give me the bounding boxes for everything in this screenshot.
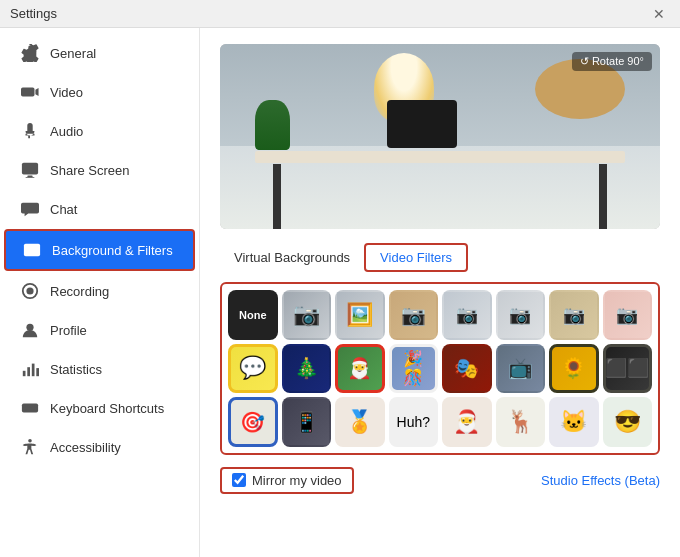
sidebar-item-background[interactable]: Background & Filters — [4, 229, 195, 271]
tab-video-filters[interactable]: Video Filters — [364, 243, 468, 272]
main-content: General Video Audio Share Screen Chat — [0, 28, 680, 557]
svg-rect-13 — [24, 405, 26, 407]
chat-icon — [20, 199, 40, 219]
title-bar: Settings ✕ — [0, 0, 680, 28]
record-icon — [20, 281, 40, 301]
filter-6[interactable]: 📷 — [549, 290, 599, 340]
filter-21-icon: 🦌 — [507, 409, 534, 435]
filter-18-icon: 🏅 — [346, 409, 373, 435]
filter-4[interactable]: 📷 — [442, 290, 492, 340]
svg-point-18 — [28, 439, 32, 443]
filter-15[interactable]: ⬛⬛ — [603, 344, 653, 394]
filter-8-icon: 💬 — [239, 355, 266, 381]
svg-rect-17 — [26, 409, 35, 411]
svg-rect-15 — [31, 405, 33, 407]
filter-19-icon: Huh? — [397, 414, 430, 430]
sidebar-item-video-label: Video — [50, 85, 83, 100]
sidebar-item-general[interactable]: General — [4, 34, 195, 72]
filter-22[interactable]: 🐱 — [549, 397, 599, 447]
svg-rect-9 — [27, 367, 30, 376]
mirror-video-label: Mirror my video — [252, 473, 342, 488]
svg-rect-16 — [35, 405, 37, 407]
stats-icon — [20, 359, 40, 379]
profile-icon — [20, 320, 40, 340]
mirror-video-checkbox-container[interactable]: Mirror my video — [220, 467, 354, 494]
filter-13-icon: 📺 — [508, 356, 533, 380]
accessibility-icon — [20, 437, 40, 457]
content-area: ↺ Rotate 90° Virtual Backgrounds Video F… — [200, 28, 680, 557]
svg-rect-14 — [27, 405, 29, 407]
filter-11[interactable]: 🎉🎊 — [389, 344, 439, 394]
sidebar-item-accessibility[interactable]: Accessibility — [4, 428, 195, 466]
sidebar-item-keyboard-label: Keyboard Shortcuts — [50, 401, 164, 416]
sidebar-item-video[interactable]: Video — [4, 73, 195, 111]
sidebar-item-share-screen-label: Share Screen — [50, 163, 130, 178]
sidebar-item-general-label: General — [50, 46, 96, 61]
filter-8[interactable]: 💬 — [228, 344, 278, 394]
sidebar-item-recording-label: Recording — [50, 284, 109, 299]
sidebar-item-audio-label: Audio — [50, 124, 83, 139]
filter-7-icon: 📷 — [616, 304, 638, 326]
filter-23[interactable]: 😎 — [603, 397, 653, 447]
filter-2-icon: 🖼️ — [346, 302, 373, 328]
sidebar-item-recording[interactable]: Recording — [4, 272, 195, 310]
filter-17-icon: 📱 — [294, 410, 319, 434]
filter-9-icon: 🎄 — [294, 356, 319, 380]
filter-15-icon: ⬛⬛ — [605, 357, 649, 379]
filter-16[interactable]: 🎯 — [228, 397, 278, 447]
desk-scene-bg — [220, 44, 660, 229]
tab-virtual-backgrounds[interactable]: Virtual Backgrounds — [220, 245, 364, 270]
bottom-row: Mirror my video Studio Effects (Beta) — [220, 467, 660, 494]
filter-9[interactable]: 🎄 — [282, 344, 332, 394]
rotate-button[interactable]: ↺ Rotate 90° — [572, 52, 652, 71]
filter-7[interactable]: 📷 — [603, 290, 653, 340]
filter-3[interactable]: 📷 — [389, 290, 439, 340]
sidebar-item-chat[interactable]: Chat — [4, 190, 195, 228]
video-icon — [20, 82, 40, 102]
filter-11-icon: 🎉🎊 — [402, 349, 424, 387]
filter-19[interactable]: Huh? — [389, 397, 439, 447]
sidebar: General Video Audio Share Screen Chat — [0, 28, 200, 557]
svg-rect-11 — [36, 368, 39, 376]
filter-17[interactable]: 📱 — [282, 397, 332, 447]
filter-6-icon: 📷 — [563, 304, 585, 326]
sidebar-item-keyboard[interactable]: Keyboard Shortcuts — [4, 389, 195, 427]
filter-20[interactable]: 🎅 — [442, 397, 492, 447]
sidebar-item-statistics-label: Statistics — [50, 362, 102, 377]
sidebar-item-accessibility-label: Accessibility — [50, 440, 121, 455]
filter-12[interactable]: 🎭 — [442, 344, 492, 394]
gear-icon — [20, 43, 40, 63]
mic-icon — [20, 121, 40, 141]
filter-5[interactable]: 📷 — [496, 290, 546, 340]
filter-none[interactable]: None — [228, 290, 278, 340]
filter-3-icon: 📷 — [401, 303, 426, 327]
filter-16-icon: 🎯 — [240, 410, 265, 434]
mirror-video-checkbox[interactable] — [232, 473, 246, 487]
sidebar-item-share-screen[interactable]: Share Screen — [4, 151, 195, 189]
studio-effects-link[interactable]: Studio Effects (Beta) — [541, 473, 660, 488]
svg-rect-2 — [26, 177, 35, 178]
svg-rect-12 — [22, 404, 38, 413]
filter-14[interactable]: 🌻 — [549, 344, 599, 394]
sidebar-item-audio[interactable]: Audio — [4, 112, 195, 150]
svg-rect-8 — [23, 371, 26, 376]
filter-10[interactable]: 🎅 — [335, 344, 385, 394]
svg-point-7 — [26, 324, 33, 331]
filter-21[interactable]: 🦌 — [496, 397, 546, 447]
sidebar-item-statistics[interactable]: Statistics — [4, 350, 195, 388]
filter-12-icon: 🎭 — [454, 356, 479, 380]
sidebar-item-background-label: Background & Filters — [52, 243, 173, 258]
filter-18[interactable]: 🏅 — [335, 397, 385, 447]
filter-none-label: None — [239, 309, 267, 321]
filter-2[interactable]: 🖼️ — [335, 290, 385, 340]
svg-rect-3 — [24, 244, 40, 257]
filter-22-icon: 🐱 — [560, 409, 587, 435]
close-button[interactable]: ✕ — [648, 4, 670, 24]
filter-1-icon: 📷 — [293, 302, 320, 328]
background-icon — [22, 240, 42, 260]
filter-1[interactable]: 📷 — [282, 290, 332, 340]
filter-13[interactable]: 📺 — [496, 344, 546, 394]
filters-grid: None 📷 🖼️ 📷 📷 📷 📷 — [228, 290, 652, 447]
filter-5-icon: 📷 — [509, 304, 531, 326]
sidebar-item-profile[interactable]: Profile — [4, 311, 195, 349]
